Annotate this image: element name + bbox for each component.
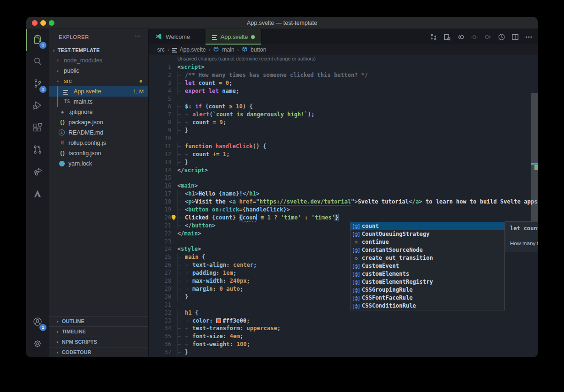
suggest-item-cssgroupingrule[interactable]: [@]CSSGroupingRule — [351, 286, 504, 294]
section-outline[interactable]: ›OUTLINE — [49, 316, 148, 326]
tree-item-rollup-config-js[interactable]: Rrollup.config.js — [49, 138, 148, 148]
code-line-18[interactable]: 18→<p>Visit the <a href="https://svelte.… — [149, 198, 538, 206]
search-activity-button[interactable] — [26, 51, 49, 73]
suggest-item-customelementregistry[interactable]: [@]CustomElementRegistry — [351, 278, 504, 286]
run-debug-activity-button[interactable] — [26, 95, 49, 117]
more-actions-button[interactable] — [524, 32, 534, 42]
code-line-7[interactable]: 7→→alert(`count is dangerously high!`); — [149, 111, 538, 119]
code-editor[interactable]: Unsaved changes (cannot determine recent… — [149, 55, 538, 357]
code-line-14[interactable]: 14</script> — [149, 166, 538, 174]
code-line-12[interactable]: 12→→count += 1; — [149, 151, 538, 158]
code-line-36[interactable]: 36→→font-weight: 100; — [149, 340, 538, 348]
code-line-33[interactable]: 33→→color: #ff3e00; — [149, 317, 538, 325]
line-number: 13 — [149, 158, 171, 166]
tree-item-src[interactable]: ›src● — [49, 76, 148, 86]
tree-item--gitignore[interactable]: ◆.gitignore — [49, 107, 148, 117]
scrollbar-slider[interactable] — [531, 93, 538, 230]
chevron-icon: › — [56, 317, 59, 326]
symbol-var-icon: [@] — [351, 294, 362, 302]
tree-item-yarn-lock[interactable]: yarn.lock — [49, 158, 148, 169]
code-line-19[interactable]: 19→<button on:click={handleClick}> — [149, 206, 538, 214]
suggest-widget: [@]count[@]CountQueuingStrategy≡continue… — [350, 222, 505, 310]
next-change-button[interactable] — [483, 32, 493, 42]
settings-button[interactable] — [26, 333, 49, 355]
azure-icon — [32, 188, 43, 201]
code-line-1[interactable]: 1<script> — [149, 63, 538, 71]
color-swatch — [216, 318, 221, 323]
codelens-unsaved-changes[interactable]: Unsaved changes (cannot determine recent… — [177, 56, 316, 61]
previous-change-button[interactable] — [456, 32, 466, 42]
tree-item-readme-md[interactable]: iREADME.md — [49, 128, 148, 138]
code-line-13[interactable]: 13→} — [149, 158, 538, 166]
tab-bar: Welcome App.svelte — [149, 29, 538, 45]
timeline-history-button[interactable] — [496, 32, 507, 42]
suggest-item-continue[interactable]: ≡continue — [351, 238, 504, 246]
code-line-3[interactable]: 3→let count = 0; — [149, 79, 538, 87]
explorer-sidebar: EXPLORER ⋯ ›TEST-TEMPLATE ›node_modules›… — [49, 29, 148, 357]
code-line-34[interactable]: 34→→text-transform: uppercase; — [149, 324, 538, 332]
code-line-17[interactable]: 17→<h1>Hello {name}!</h1> — [149, 190, 538, 198]
code-line-15[interactable]: 15 — [149, 174, 538, 182]
breadcrumb-file[interactable]: App.svelte — [180, 46, 206, 53]
tree-item-node-modules[interactable]: ›node_modules — [49, 55, 148, 66]
indent-guide — [57, 86, 58, 107]
project-root-folder[interactable]: ›TEST-TEMPLATE — [49, 45, 148, 55]
current-change-button[interactable] — [469, 32, 480, 42]
breadcrumb-symbol-main[interactable]: main — [222, 46, 234, 53]
suggest-item-countqueuingstrategy[interactable]: [@]CountQueuingStrategy — [351, 230, 504, 238]
extensions-activity-button[interactable] — [26, 117, 49, 139]
code-line-9[interactable]: 9→} — [149, 127, 538, 135]
views-more-actions-button[interactable]: ⋯ — [135, 32, 142, 39]
code-line-6[interactable]: 6→$: if (count ≥ 10) { — [149, 103, 538, 111]
editor-scrollbar[interactable] — [531, 81, 538, 357]
split-editor-button[interactable] — [510, 32, 520, 42]
code-line-5[interactable]: 5 — [149, 95, 538, 103]
lightbulb-icon[interactable] — [170, 214, 177, 221]
breadcrumb-symbol-button[interactable]: button — [251, 46, 266, 53]
suggest-item-count[interactable]: [@]count — [351, 222, 504, 230]
suggest-item-create_out_transition[interactable]: ◇create_out_transition — [351, 254, 504, 262]
live-share-activity-button[interactable] — [26, 161, 49, 183]
section-codetour[interactable]: ›CODETOUR — [49, 347, 148, 357]
symbol-cube-icon — [213, 46, 219, 53]
tree-item-tsconfig-json[interactable]: {}tsconfig.json — [49, 148, 148, 158]
suggest-item-constantsourcenode[interactable]: [@]ConstantSourceNode — [351, 246, 504, 254]
code-line-16[interactable]: 16<main> — [149, 182, 538, 190]
azure-activity-button[interactable] — [26, 183, 49, 205]
tab-app-svelte[interactable]: App.svelte — [206, 29, 262, 45]
breadcrumb-separator: › — [209, 47, 211, 53]
tab-welcome[interactable]: Welcome — [149, 29, 205, 45]
section-npm-scripts[interactable]: ›NPM SCRIPTS — [49, 337, 148, 347]
code-line-37[interactable]: 37→} — [149, 348, 538, 356]
compare-changes-button[interactable] — [428, 32, 439, 42]
github-pr-activity-button[interactable] — [26, 139, 49, 161]
code-line-2[interactable]: 2→/** How many times has someone clicked… — [149, 71, 538, 79]
code-line-35[interactable]: 35→→font-size: 4em; — [149, 332, 538, 340]
breadcrumb-src[interactable]: src — [157, 46, 165, 53]
code-line-10[interactable]: 10 — [149, 135, 538, 143]
code-line-4[interactable]: 4→export let name; — [149, 87, 538, 95]
tree-item-app-svelte[interactable]: App.svelte1, M — [49, 86, 148, 97]
section-timeline[interactable]: ›TIMELINE — [49, 326, 148, 337]
suggest-item-cssfontfacerule[interactable]: [@]CSSFontFaceRule — [351, 294, 504, 302]
title-bar[interactable]: App.svelte — test-template — [26, 17, 538, 29]
tree-item-main-ts[interactable]: TSmain.ts — [49, 97, 148, 107]
code-line-8[interactable]: 8→→count = 9; — [149, 119, 538, 127]
line-number: 27 — [149, 269, 171, 277]
suggest-item-customevent[interactable]: [@]CustomEvent — [351, 262, 504, 270]
suggest-item-cssconditionrule[interactable]: [@]CSSConditionRule — [351, 302, 504, 310]
code-line-20[interactable]: 20→Clicked {count} {coun ≡ 1 ? 'time' : … — [149, 214, 538, 222]
source-control-activity-button[interactable]: 1 — [26, 73, 49, 95]
svelte-file-icon — [212, 34, 217, 40]
accounts-button[interactable]: 1 — [26, 311, 49, 333]
explorer-activity-button[interactable]: 1 — [26, 29, 49, 51]
tree-item-public[interactable]: ›public — [49, 66, 148, 76]
modified-dot-icon — [251, 35, 255, 39]
line-number: 37 — [149, 348, 171, 356]
code-line-11[interactable]: 11→function handleClick() { — [149, 143, 538, 151]
line-number: 25 — [149, 253, 171, 261]
overview-ruler-modified-mark — [534, 165, 538, 170]
tree-item-package-json[interactable]: {}package.json — [49, 117, 148, 128]
open-changes-button[interactable] — [442, 32, 452, 42]
suggest-item-customelements[interactable]: [@]customElements — [351, 270, 504, 278]
